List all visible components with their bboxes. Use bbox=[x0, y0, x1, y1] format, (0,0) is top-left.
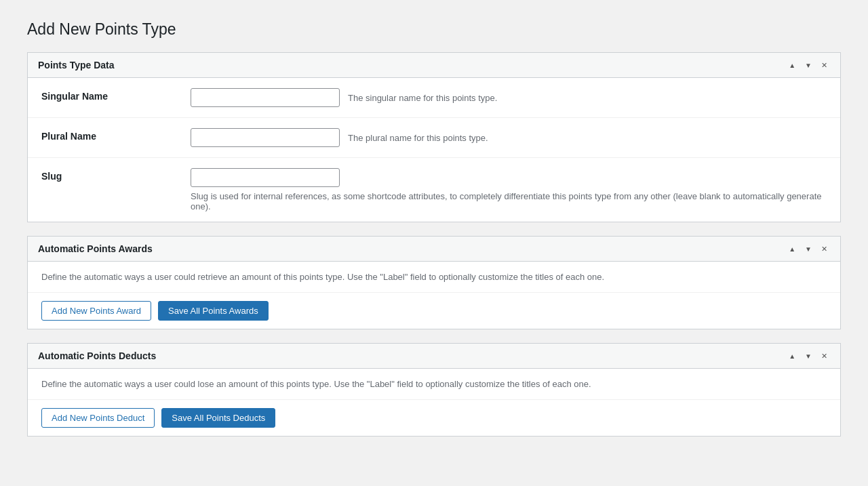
chevron-down-icon bbox=[805, 244, 812, 254]
page-title: Add New Points Type bbox=[27, 20, 841, 39]
deducts-collapse-down-button[interactable] bbox=[802, 350, 814, 361]
slug-description: Slug is used for internal references, as… bbox=[191, 191, 827, 211]
awards-dismiss-button[interactable] bbox=[818, 243, 830, 254]
awards-collapse-up-button[interactable] bbox=[786, 243, 798, 254]
points-deducts-description: Define the automatic ways a user could l… bbox=[28, 369, 840, 400]
plural-name-content: The plural name for this points type. bbox=[191, 128, 827, 147]
close-icon bbox=[821, 351, 827, 361]
save-all-points-awards-button[interactable]: Save All Points Awards bbox=[158, 301, 269, 321]
chevron-down-icon bbox=[805, 60, 812, 70]
slug-input[interactable] bbox=[191, 168, 340, 187]
plural-name-input-row: The plural name for this points type. bbox=[191, 128, 827, 147]
deducts-panel-controls bbox=[786, 350, 830, 361]
singular-name-content: The singular name for this points type. bbox=[191, 88, 827, 107]
chevron-up-icon bbox=[789, 351, 795, 361]
singular-name-input[interactable] bbox=[191, 88, 340, 107]
plural-name-row: Plural Name The plural name for this poi… bbox=[28, 118, 840, 158]
chevron-up-icon bbox=[789, 244, 795, 254]
points-awards-description: Define the automatic ways a user could r… bbox=[28, 262, 840, 293]
points-deducts-title: Automatic Points Deducts bbox=[38, 350, 156, 361]
points-deducts-body: Define the automatic ways a user could l… bbox=[28, 369, 840, 436]
points-type-data-body: Singular Name The singular name for this… bbox=[28, 78, 840, 222]
points-type-data-title: Points Type Data bbox=[38, 60, 115, 70]
singular-name-label: Singular Name bbox=[41, 88, 191, 102]
panel-controls bbox=[786, 60, 830, 70]
plural-name-description: The plural name for this points type. bbox=[348, 133, 827, 143]
points-deducts-panel: Automatic Points Deducts Define the auto… bbox=[27, 343, 841, 437]
chevron-up-icon bbox=[789, 60, 795, 70]
close-icon bbox=[821, 244, 827, 254]
points-awards-title: Automatic Points Awards bbox=[38, 243, 153, 254]
collapse-up-button[interactable] bbox=[786, 60, 798, 70]
deducts-collapse-up-button[interactable] bbox=[786, 350, 798, 361]
points-deducts-actions: Add New Points Deduct Save All Points De… bbox=[28, 400, 840, 436]
points-awards-panel: Automatic Points Awards Define the autom… bbox=[27, 236, 841, 329]
points-deducts-header: Automatic Points Deducts bbox=[28, 344, 840, 369]
add-new-points-award-button[interactable]: Add New Points Award bbox=[41, 301, 151, 321]
deducts-dismiss-button[interactable] bbox=[818, 350, 830, 361]
plural-name-input[interactable] bbox=[191, 128, 340, 147]
plural-name-label: Plural Name bbox=[41, 128, 191, 142]
slug-input-row bbox=[191, 168, 827, 187]
dismiss-button[interactable] bbox=[818, 60, 830, 70]
slug-label: Slug bbox=[41, 168, 191, 182]
chevron-down-icon bbox=[805, 351, 812, 361]
points-type-data-panel: Points Type Data Singular Name The singu… bbox=[27, 52, 841, 222]
awards-collapse-down-button[interactable] bbox=[802, 243, 814, 254]
points-awards-actions: Add New Points Award Save All Points Awa… bbox=[28, 293, 840, 329]
singular-name-input-row: The singular name for this points type. bbox=[191, 88, 827, 107]
save-all-points-deducts-button[interactable]: Save All Points Deducts bbox=[161, 408, 275, 428]
slug-content: Slug is used for internal references, as… bbox=[191, 168, 827, 211]
slug-row: Slug Slug is used for internal reference… bbox=[28, 158, 840, 222]
singular-name-row: Singular Name The singular name for this… bbox=[28, 78, 840, 118]
points-type-data-header: Points Type Data bbox=[28, 53, 840, 78]
awards-panel-controls bbox=[786, 243, 830, 254]
add-new-points-deduct-button[interactable]: Add New Points Deduct bbox=[41, 408, 155, 428]
singular-name-description: The singular name for this points type. bbox=[348, 93, 827, 103]
points-awards-header: Automatic Points Awards bbox=[28, 237, 840, 262]
collapse-down-button[interactable] bbox=[802, 60, 814, 70]
close-icon bbox=[821, 60, 827, 70]
points-awards-body: Define the automatic ways a user could r… bbox=[28, 262, 840, 329]
